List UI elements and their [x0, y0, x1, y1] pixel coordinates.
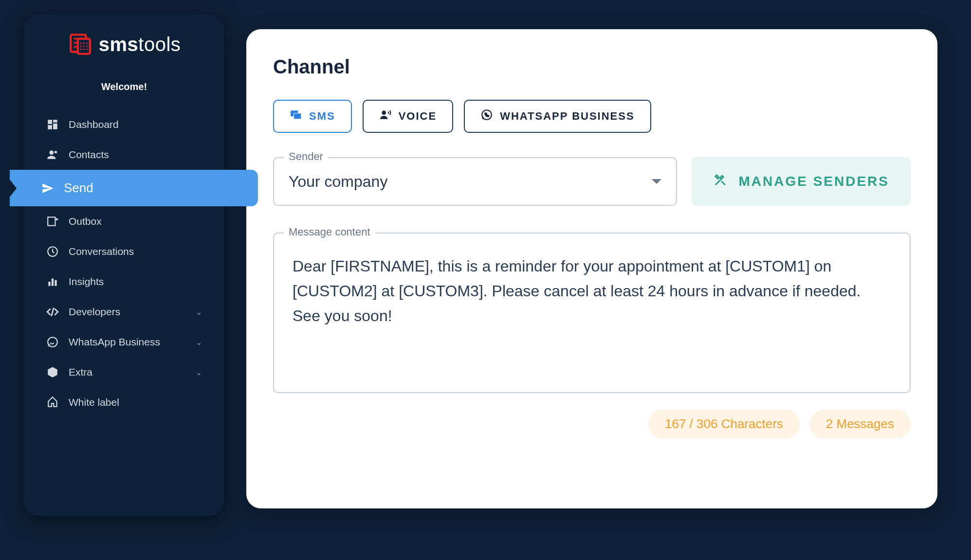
sender-select[interactable]: Your company: [273, 157, 677, 206]
svg-point-10: [86, 46, 88, 47]
sidebar-item-label: WhatsApp Business: [69, 336, 160, 348]
chevron-down-icon: ⌄: [196, 338, 202, 347]
sidebar-item-label: Dashboard: [69, 119, 119, 130]
channel-tabs: SMS VOICE WHATSAPP BUSINESS: [273, 100, 911, 133]
logo: smstools: [24, 32, 224, 57]
svg-rect-15: [53, 120, 57, 122]
dashboard-icon: [46, 118, 59, 131]
developers-icon: [46, 306, 59, 318]
contacts-icon: [46, 148, 59, 161]
white-label-icon: [46, 396, 59, 409]
sidebar-item-white-label[interactable]: White label: [24, 387, 224, 417]
logo-text: smstools: [99, 34, 181, 55]
sidebar-item-insights[interactable]: Insights: [24, 267, 224, 297]
tab-voice[interactable]: VOICE: [363, 100, 453, 133]
send-icon: [41, 182, 54, 195]
manage-senders-label: MANAGE SENDERS: [738, 174, 889, 189]
tab-whatsapp-business[interactable]: WHATSAPP BUSINESS: [464, 100, 651, 133]
svg-point-8: [80, 46, 81, 47]
svg-point-11: [80, 49, 81, 50]
sidebar-item-extra[interactable]: Extra ⌄: [24, 357, 224, 387]
sidebar-item-send[interactable]: Send: [10, 170, 258, 206]
svg-point-28: [382, 110, 386, 115]
sidebar-item-label: Extra: [69, 366, 92, 378]
svg-point-19: [55, 151, 57, 153]
sidebar-item-label: Send: [64, 181, 93, 196]
svg-point-5: [80, 42, 81, 44]
svg-rect-17: [48, 125, 52, 129]
sender-label: Sender: [284, 150, 328, 163]
manage-senders-button[interactable]: MANAGE SENDERS: [692, 157, 911, 206]
main-panel: Channel SMS VOICE WHATSAPP BUSINESS Send…: [246, 29, 937, 508]
message-label: Message content: [284, 226, 375, 238]
svg-rect-27: [294, 113, 301, 119]
welcome-text: Welcome!: [24, 81, 224, 92]
svg-rect-24: [55, 280, 56, 286]
svg-point-13: [86, 49, 88, 50]
svg-point-6: [83, 42, 84, 44]
svg-rect-23: [52, 279, 54, 286]
sender-value: Your company: [289, 173, 387, 191]
svg-rect-16: [53, 124, 57, 129]
sidebar-item-label: Outbox: [69, 216, 102, 227]
svg-point-7: [86, 42, 88, 44]
message-textarea[interactable]: [273, 233, 911, 393]
dropdown-arrow-icon: [652, 179, 661, 184]
sidebar-item-label: White label: [69, 397, 119, 408]
sidebar-item-label: Conversations: [69, 246, 134, 257]
sidebar-item-label: Insights: [69, 276, 104, 288]
sidebar-item-whatsapp-business[interactable]: WhatsApp Business ⌄: [24, 327, 224, 357]
svg-point-9: [83, 46, 84, 47]
page-title: Channel: [273, 56, 911, 78]
svg-rect-22: [48, 282, 50, 286]
svg-point-18: [50, 150, 54, 155]
outbox-icon: [46, 215, 59, 228]
tab-sms[interactable]: SMS: [273, 100, 352, 133]
tab-label: WHATSAPP BUSINESS: [500, 110, 634, 123]
message-count-pill: 2 Messages: [809, 410, 911, 438]
whatsapp-icon: [480, 108, 493, 124]
extra-icon: [46, 366, 59, 379]
chevron-down-icon: ⌄: [196, 307, 202, 317]
tab-label: SMS: [309, 110, 335, 123]
sidebar-item-developers[interactable]: Developers ⌄: [24, 297, 224, 327]
sidebar-item-dashboard[interactable]: Dashboard: [24, 109, 224, 140]
sidebar: smstools Welcome! Dashboard Contacts Sen…: [24, 15, 224, 516]
svg-rect-14: [48, 120, 52, 124]
sidebar-item-label: Contacts: [69, 149, 109, 161]
character-count-pill: 167 / 306 Characters: [648, 410, 800, 438]
insights-icon: [46, 275, 59, 288]
sidebar-item-label: Developers: [69, 306, 120, 318]
chevron-down-icon: ⌄: [196, 368, 202, 377]
conversations-icon: [46, 245, 59, 258]
voice-icon: [379, 108, 392, 124]
whatsapp-icon: [46, 336, 59, 348]
tools-icon: [713, 173, 728, 191]
sms-icon: [290, 108, 302, 124]
sidebar-item-conversations[interactable]: Conversations: [24, 236, 224, 267]
svg-rect-20: [48, 217, 55, 225]
logo-icon: [68, 32, 93, 57]
tab-label: VOICE: [399, 110, 437, 123]
sidebar-item-contacts[interactable]: Contacts: [24, 140, 224, 170]
sidebar-item-outbox[interactable]: Outbox: [24, 206, 224, 236]
svg-point-12: [83, 49, 84, 50]
